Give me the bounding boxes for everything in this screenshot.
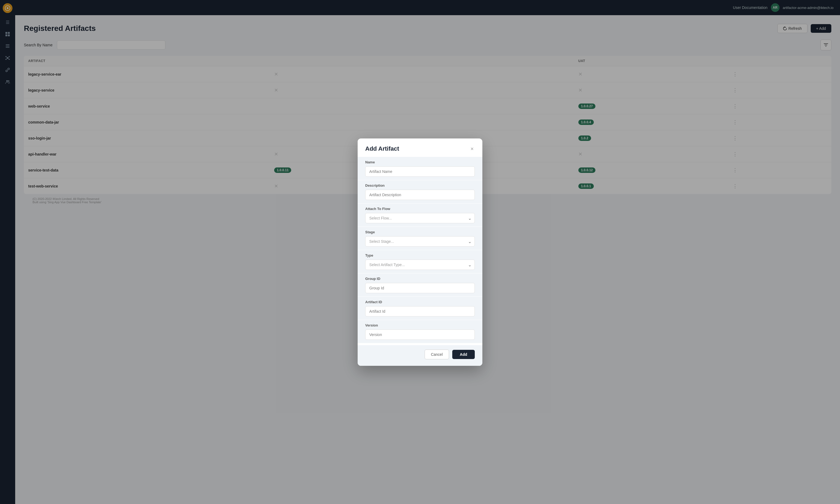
type-section: Type Select Artifact Type... [357, 250, 483, 273]
cancel-button[interactable]: Cancel [425, 349, 449, 359]
name-label: Name [365, 160, 475, 164]
group-id-label: Group ID [365, 277, 475, 281]
stage-select[interactable]: Select Stage... [365, 236, 475, 247]
modal-title: Add Artifact [365, 145, 399, 152]
name-input[interactable] [365, 166, 475, 177]
add-artifact-modal: Add Artifact × Name Description Attach T… [357, 139, 483, 366]
modal-add-button[interactable]: Add [452, 350, 475, 359]
version-input[interactable] [365, 329, 475, 340]
flow-select-wrapper: Select Flow... [365, 213, 475, 223]
modal-body: Name Description Attach To Flow Select F… [357, 157, 483, 345]
modal-close-button[interactable]: × [469, 145, 475, 152]
type-select-wrapper: Select Artifact Type... [365, 259, 475, 270]
description-label: Description [365, 183, 475, 187]
type-label: Type [365, 253, 475, 257]
artifact-id-section: Artifact ID [357, 297, 483, 320]
group-id-section: Group ID [357, 273, 483, 296]
artifact-id-input[interactable] [365, 306, 475, 317]
modal-header: Add Artifact × [357, 139, 483, 157]
name-section: Name [357, 157, 483, 180]
stage-select-wrapper: Select Stage... [365, 236, 475, 247]
modal-footer: Cancel Add [357, 345, 483, 366]
modal-overlay[interactable]: Add Artifact × Name Description Attach T… [0, 0, 840, 504]
description-section: Description [357, 180, 483, 203]
artifact-id-label: Artifact ID [365, 300, 475, 304]
stage-label: Stage [365, 230, 475, 234]
type-select[interactable]: Select Artifact Type... [365, 259, 475, 270]
version-label: Version [365, 323, 475, 327]
flow-select[interactable]: Select Flow... [365, 213, 475, 223]
version-section: Version [357, 320, 483, 343]
flow-section: Attach To Flow Select Flow... [357, 203, 483, 227]
stage-section: Stage Select Stage... [357, 227, 483, 250]
flow-label: Attach To Flow [365, 207, 475, 211]
description-input[interactable] [365, 190, 475, 200]
group-id-input[interactable] [365, 283, 475, 293]
